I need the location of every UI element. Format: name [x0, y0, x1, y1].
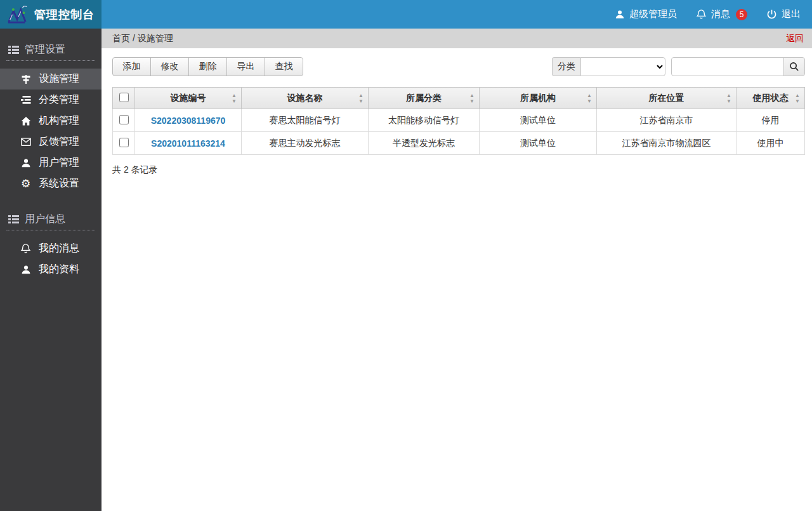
- col-header-facility-id[interactable]: 设施编号▲▼: [135, 88, 242, 109]
- sort-icon[interactable]: ▲▼: [232, 93, 237, 103]
- back-link[interactable]: 返回: [786, 33, 804, 44]
- table-row: S20220308119670 赛思太阳能信号灯 太阳能移动信号灯 测试单位 江…: [113, 109, 805, 132]
- search-input[interactable]: [671, 57, 784, 76]
- sidebar-item-user-mgmt[interactable]: 用户管理: [0, 152, 102, 173]
- home-icon: [20, 116, 31, 126]
- action-button-group: 添加 修改 删除 导出 查找: [112, 57, 303, 76]
- search-group: [671, 57, 805, 76]
- messages-button[interactable]: 消息 5: [696, 8, 747, 20]
- sidebar-item-label: 分类管理: [39, 93, 79, 107]
- sidebar-item-my-profile[interactable]: 我的资料: [0, 259, 102, 280]
- facility-id-link[interactable]: S20201011163214: [135, 132, 242, 155]
- user-icon: [615, 10, 625, 20]
- sort-icon[interactable]: ▲▼: [358, 93, 363, 103]
- col-header-facility-name[interactable]: 设施名称▲▼: [242, 88, 369, 109]
- row-checkbox[interactable]: [119, 115, 129, 124]
- sidebar-item-org-mgmt[interactable]: 机构管理: [0, 110, 102, 131]
- facility-table: 设施编号▲▼ 设施名称▲▼ 所属分类▲▼ 所属机构▲▼ 所在位置▲▼ 使用状态▲…: [112, 87, 805, 155]
- table-header-row: 设施编号▲▼ 设施名称▲▼ 所属分类▲▼ 所属机构▲▼ 所在位置▲▼ 使用状态▲…: [113, 88, 805, 109]
- add-button[interactable]: 添加: [112, 57, 151, 76]
- category-filter-label: 分类: [552, 57, 580, 76]
- divider: [6, 60, 95, 61]
- sidebar-item-label: 系统设置: [39, 177, 79, 190]
- user-icon: [20, 265, 31, 275]
- logo-area: 管理控制台: [0, 0, 102, 29]
- current-user[interactable]: 超级管理员: [615, 8, 677, 20]
- sidebar-section-title: 管理设置: [25, 43, 65, 56]
- facility-id-link[interactable]: S20220308119670: [135, 109, 242, 132]
- sidebar-item-label: 反馈管理: [39, 135, 79, 149]
- col-header-location[interactable]: 所在位置▲▼: [597, 88, 737, 109]
- category-cell: 太阳能移动信号灯: [369, 109, 480, 132]
- sidebar-item-label: 我的消息: [39, 242, 79, 255]
- sidebar-item-label: 我的资料: [39, 263, 79, 276]
- row-select-cell: [113, 132, 135, 155]
- delete-button[interactable]: 删除: [188, 57, 227, 76]
- select-all-checkbox[interactable]: [119, 93, 129, 102]
- col-header-organization[interactable]: 所属机构▲▼: [480, 88, 597, 109]
- current-user-label: 超级管理员: [629, 8, 677, 20]
- status-cell: 停用: [737, 109, 805, 132]
- record-count: 共 2 条记录: [112, 164, 805, 176]
- list-grid-icon: [8, 45, 19, 55]
- status-cell: 使用中: [737, 132, 805, 155]
- sidebar-section-title: 用户信息: [25, 213, 65, 226]
- messages-label: 消息: [711, 8, 730, 20]
- sidebar-item-my-messages[interactable]: 我的消息: [0, 238, 102, 259]
- edit-button[interactable]: 修改: [150, 57, 189, 76]
- category-filter: 分类: [552, 57, 665, 76]
- breadcrumb: 首页 / 设施管理: [112, 33, 173, 44]
- sidebar: 管理设置 设施管理 分类管理 机构管理: [0, 29, 102, 511]
- organization-cell: 测试单位: [480, 109, 597, 132]
- logout-label: 退出: [782, 8, 801, 20]
- sidebar-item-label: 设施管理: [39, 72, 79, 86]
- sidebar-section-userinfo: 用户信息 我的消息 我的资料: [0, 211, 102, 280]
- sort-icon[interactable]: ▲▼: [469, 93, 475, 103]
- bell-icon: [20, 243, 31, 254]
- export-button[interactable]: 导出: [226, 57, 265, 76]
- sidebar-item-system-settings[interactable]: ⚙ 系统设置: [0, 173, 102, 194]
- find-button[interactable]: 查找: [265, 57, 303, 76]
- select-all-header: [113, 88, 135, 109]
- sidebar-section-userinfo-header: 用户信息: [0, 211, 102, 227]
- sidebar-item-label: 用户管理: [39, 156, 79, 169]
- sidebar-section-admin-header: 管理设置: [0, 41, 102, 58]
- sort-icon[interactable]: ▲▼: [587, 93, 592, 103]
- sidebar-item-feedback-mgmt[interactable]: 反馈管理: [0, 131, 102, 152]
- signpost-icon: [20, 74, 31, 84]
- category-select[interactable]: [580, 57, 665, 76]
- sort-icon[interactable]: ▲▼: [726, 93, 731, 103]
- sidebar-section-admin: 管理设置 设施管理 分类管理 机构管理: [0, 41, 102, 194]
- sort-icon[interactable]: ▲▼: [795, 93, 800, 103]
- col-header-status[interactable]: 使用状态▲▼: [737, 88, 805, 109]
- power-icon: [766, 9, 777, 20]
- search-button[interactable]: [783, 57, 805, 76]
- category-cell: 半透型发光标志: [369, 132, 480, 155]
- sidebar-item-facility-mgmt[interactable]: 设施管理: [0, 69, 102, 90]
- list-grid-icon: [8, 215, 19, 224]
- organization-cell: 测试单位: [480, 132, 597, 155]
- toolbar: 添加 修改 删除 导出 查找 分类: [112, 57, 805, 76]
- row-checkbox[interactable]: [119, 138, 129, 147]
- facility-name-cell: 赛思主动发光标志: [242, 132, 369, 155]
- location-cell: 江苏省南京市物流园区: [597, 132, 737, 155]
- bell-icon: [696, 9, 707, 20]
- search-icon: [789, 62, 799, 72]
- table-row: S20201011163214 赛思主动发光标志 半透型发光标志 测试单位 江苏…: [113, 132, 805, 155]
- sidebar-item-category-mgmt[interactable]: 分类管理: [0, 90, 102, 110]
- category-list-icon: [20, 95, 31, 105]
- messages-badge: 5: [736, 9, 747, 20]
- logout-button[interactable]: 退出: [766, 8, 801, 20]
- gear-icon: ⚙: [20, 177, 31, 190]
- sidebar-item-label: 机构管理: [39, 114, 79, 128]
- facility-name-cell: 赛思太阳能信号灯: [242, 109, 369, 132]
- location-cell: 江苏省南京市: [597, 109, 737, 132]
- col-header-category[interactable]: 所属分类▲▼: [369, 88, 480, 109]
- top-bar: 管理控制台 超级管理员 消息 5 退出: [0, 0, 812, 29]
- toolbar-right: 分类: [552, 57, 805, 76]
- row-select-cell: [113, 109, 135, 132]
- envelope-icon: [20, 138, 31, 146]
- divider: [6, 230, 95, 230]
- app-title: 管理控制台: [34, 7, 95, 22]
- user-icon: [20, 158, 31, 168]
